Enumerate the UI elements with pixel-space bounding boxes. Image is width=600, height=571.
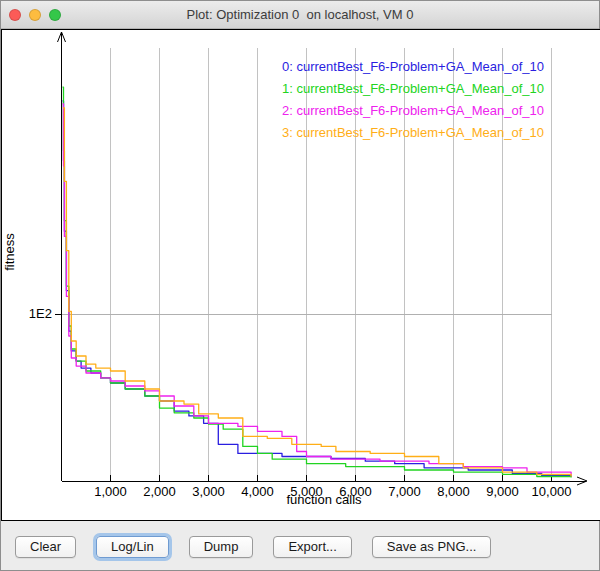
x-tick-label: 2,000: [143, 484, 176, 499]
close-window-icon[interactable]: [9, 9, 21, 21]
export-button[interactable]: Export...: [273, 536, 351, 558]
x-tick-label: 3,000: [192, 484, 225, 499]
series-line: [63, 104, 572, 476]
legend-entry-1: 1: currentBest_F6-Problem+GA_Mean_of_10: [282, 78, 544, 100]
log-lin-button[interactable]: Log/Lin: [96, 536, 169, 558]
dump-button[interactable]: Dump: [189, 536, 254, 558]
traffic-lights: [9, 9, 61, 21]
plot-panel: 1,0002,0003,0004,0005,0006,0007,0008,000…: [1, 29, 600, 521]
x-axis-label: function calls: [224, 492, 424, 507]
button-bar: Clear Log/Lin Dump Export... Save as PNG…: [1, 521, 599, 571]
x-tick-label: 10,000: [532, 484, 572, 499]
plot-window: Plot: Optimization 0 on localhost, VM 0 …: [0, 0, 600, 571]
legend: 0: currentBest_F6-Problem+GA_Mean_of_10 …: [282, 56, 544, 144]
y-axis-label: fitness: [2, 222, 18, 282]
minimize-window-icon[interactable]: [29, 9, 41, 21]
series-line: [63, 108, 571, 477]
save-as-png-button[interactable]: Save as PNG...: [372, 536, 492, 558]
clear-button[interactable]: Clear: [15, 536, 76, 558]
legend-entry-2: 2: currentBest_F6-Problem+GA_Mean_of_10: [282, 100, 544, 122]
series-line: [63, 101, 572, 477]
title-bar: Plot: Optimization 0 on localhost, VM 0: [1, 1, 599, 29]
legend-entry-3: 3: currentBest_F6-Problem+GA_Mean_of_10: [282, 122, 544, 144]
x-tick-label: 9,000: [486, 484, 519, 499]
x-tick-label: 8,000: [437, 484, 470, 499]
y-tick-label: 1E2: [20, 306, 52, 321]
legend-entry-0: 0: currentBest_F6-Problem+GA_Mean_of_10: [282, 56, 544, 78]
window-title: Plot: Optimization 0 on localhost, VM 0: [1, 1, 599, 28]
x-tick-label: 1,000: [94, 484, 127, 499]
maximize-window-icon[interactable]: [49, 9, 61, 21]
series-line: [63, 87, 572, 477]
